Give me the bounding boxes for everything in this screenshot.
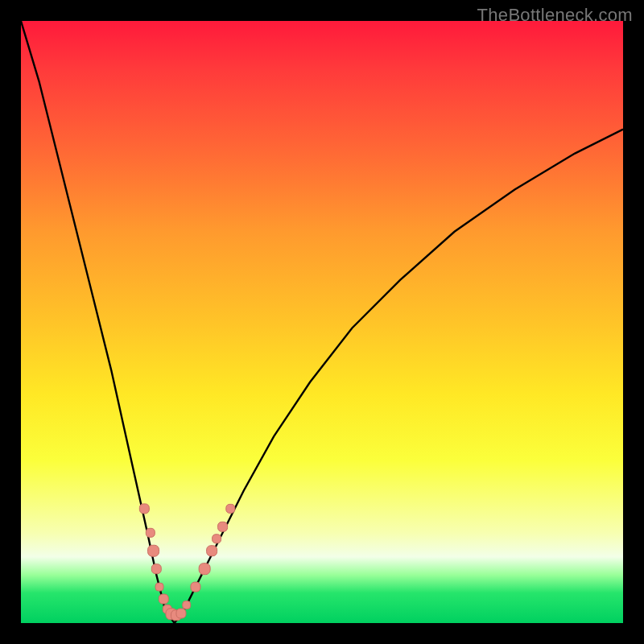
data-marker	[176, 609, 186, 618]
data-marker	[191, 582, 200, 592]
data-marker	[213, 535, 221, 543]
chart-plot-area	[21, 21, 623, 623]
data-marker	[146, 528, 155, 537]
data-marker	[226, 504, 235, 513]
watermark-label: TheBottleneck.com	[477, 5, 633, 26]
data-marker	[151, 564, 161, 574]
data-marker	[148, 545, 159, 556]
data-marker	[199, 564, 210, 575]
bottleneck-curve	[21, 21, 623, 623]
data-marker	[155, 583, 163, 591]
chart-svg	[21, 21, 623, 623]
data-marker	[218, 522, 228, 531]
data-marker	[139, 504, 149, 514]
data-marker	[207, 546, 217, 556]
data-marker	[159, 594, 168, 604]
data-marker	[183, 601, 191, 609]
